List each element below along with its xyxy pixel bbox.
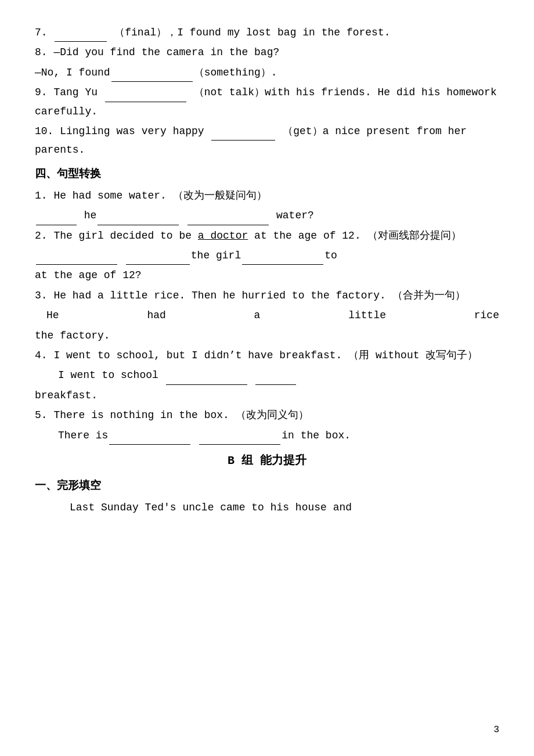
item-8-line2: —No, I found（something）. bbox=[35, 63, 499, 82]
s4-item4-blank1 bbox=[166, 384, 247, 385]
s4-item2-blank1 bbox=[36, 264, 117, 265]
item-10-number: 10. Lingling was very happy bbox=[35, 125, 204, 137]
s4-item2-blank3 bbox=[242, 264, 323, 265]
s4-item2-answer-line1: the girlto bbox=[35, 246, 499, 265]
item-7-number: 7. bbox=[35, 27, 48, 38]
section-4-title: 四、句型转换 bbox=[35, 164, 499, 184]
s4-item3-original: 3. He had a little rice. Then he hurried… bbox=[35, 286, 499, 305]
item-8-line1: 8. —Did you find the camera in the bag? bbox=[35, 43, 499, 62]
item-8-blank bbox=[111, 81, 193, 82]
item-9-number: 9. Tang Yu bbox=[35, 87, 98, 98]
s4-item1-blank1 bbox=[36, 225, 77, 225]
s4-item4-answer: I went to school bbox=[35, 366, 499, 384]
item-7-blank bbox=[55, 41, 107, 42]
s4-item4-blank2 bbox=[255, 384, 296, 385]
page-number: 3 bbox=[493, 722, 499, 739]
underlined-phrase: a doctor bbox=[198, 230, 248, 242]
s4-item2-original: 2. The girl decided to be a doctor at th… bbox=[35, 226, 499, 245]
s4-item4-answer-cont: breakfast. bbox=[35, 386, 499, 405]
item-10-blank bbox=[211, 140, 275, 141]
item-9: 9. Tang Yu （not talk）with his friends. H… bbox=[35, 83, 499, 121]
item-8-number: 8. —Did you find the camera in the bag? bbox=[35, 46, 279, 58]
s4-item4-original: 4. I went to school, but I didn’t have b… bbox=[35, 346, 499, 365]
item-10: 10. Lingling was very happy （get）a nice … bbox=[35, 122, 499, 160]
s4-item3-answer-line1: He had a little rice bbox=[35, 306, 499, 325]
s4-item3-answer-line2: the factory. bbox=[35, 326, 499, 345]
s4-item1-original: 1. He had some water. （改为一般疑问句） bbox=[35, 186, 499, 205]
page-content: 7. （final），I found my lost bag in the fo… bbox=[35, 23, 499, 517]
s4-item2-answer-line2: at the age of 12? bbox=[35, 266, 499, 285]
item-7: 7. （final），I found my lost bag in the fo… bbox=[35, 23, 499, 42]
item-9-blank bbox=[105, 102, 186, 102]
s4-item1-blank2 bbox=[98, 225, 179, 225]
s4-item5-blank1 bbox=[109, 444, 190, 445]
s4-item5-answer: There is in the box. bbox=[35, 426, 499, 445]
s4-item1-blank3 bbox=[187, 225, 269, 225]
section-b-title: B 组 能力提升 bbox=[35, 451, 499, 471]
s4-item1-answer: he water? bbox=[35, 206, 499, 225]
s4-item2-blank2 bbox=[126, 264, 190, 265]
s4-item5-original: 5. There is nothing in the box. （改为同义句） bbox=[35, 406, 499, 424]
section-b-intro: Last Sunday Ted's uncle came to his hous… bbox=[35, 498, 499, 517]
s4-item5-blank2 bbox=[199, 444, 280, 445]
section-b-cloze-title: 一、完形填空 bbox=[35, 476, 499, 496]
